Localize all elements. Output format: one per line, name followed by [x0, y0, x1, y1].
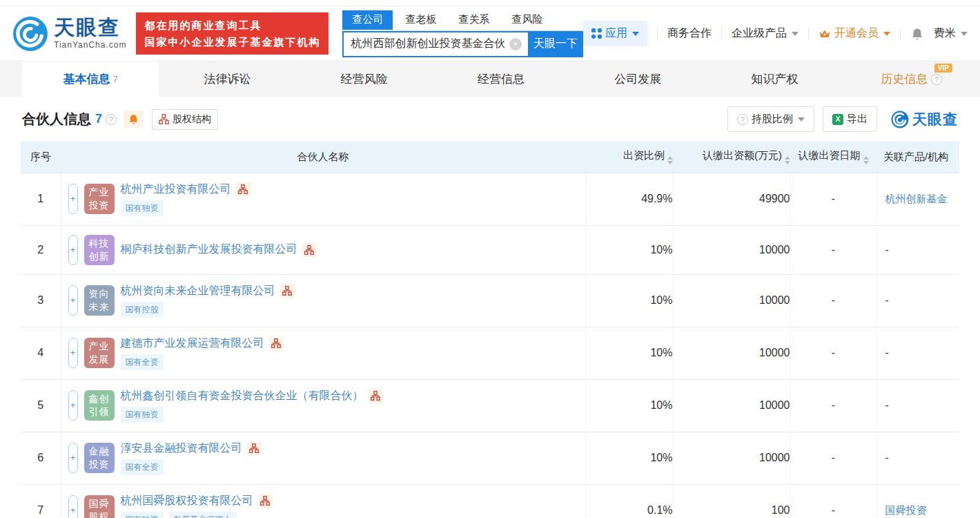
table-row: 5+鑫创引领杭州鑫创引领自有资金投资合伙企业（有限合伙）国有独资10%10000…: [21, 379, 959, 432]
table-row: 7+国舜股权杭州国舜股权投资有限公司国有独资私募基金管理人0.1%100-国舜投…: [21, 484, 959, 518]
partner-name-link[interactable]: 杭州国舜股权投资有限公司: [121, 494, 253, 508]
search-tab[interactable]: 查关系: [449, 10, 499, 30]
notification-bell-icon[interactable]: [910, 27, 924, 41]
search-tab-active[interactable]: 查公司: [342, 10, 393, 30]
tab-label: 基本信息: [63, 71, 110, 87]
partner-name-link[interactable]: 杭州资向未来企业管理有限公司: [121, 284, 275, 298]
partner-name-link[interactable]: 桐庐科技创新产业发展投资有限公司: [121, 242, 297, 257]
export-button[interactable]: X 导出: [823, 106, 877, 132]
expand-button[interactable]: +: [68, 338, 78, 368]
partner-name-link[interactable]: 杭州产业投资有限公司: [121, 182, 231, 197]
col-partner-name: 合伙人名称: [61, 142, 585, 173]
col-date-sort[interactable]: 认缴出资日期: [790, 142, 876, 173]
business-coop-label: 商务合作: [667, 26, 712, 41]
avatar-line: 金融: [89, 445, 110, 458]
partner-name-cell: +产业发展建德市产业发展运营有限公司国有全资: [61, 327, 585, 379]
avatar-line: 鑫创: [89, 392, 110, 405]
related-product-link[interactable]: 国舜投资: [885, 504, 927, 516]
ratio-cell: 10%: [585, 432, 673, 484]
business-coop-menu[interactable]: 商务合作: [667, 26, 712, 41]
enterprise-product-menu[interactable]: 企业级产品: [732, 26, 798, 41]
tab-基本信息[interactable]: 基本信息7: [22, 61, 159, 97]
subscribe-bell-button[interactable]: [124, 111, 144, 128]
expand-button[interactable]: +: [68, 390, 78, 421]
tab-经营信息[interactable]: 经营信息: [433, 61, 569, 97]
partner-name-cell: +科技创新桐庐科技创新产业发展投资有限公司: [61, 225, 585, 274]
amount-cell: 49900: [673, 173, 790, 225]
help-icon[interactable]: ?: [106, 114, 117, 125]
expand-button[interactable]: +: [68, 235, 78, 265]
crown-icon: [819, 28, 831, 39]
avatar-line: 资向: [89, 287, 110, 300]
divider: [808, 28, 809, 40]
partner-name-link[interactable]: 建德市产业发展运营有限公司: [121, 336, 264, 351]
excel-icon: X: [832, 114, 843, 125]
partner-avatar: 资向未来: [84, 285, 115, 316]
avatar-line: 产业: [89, 340, 110, 353]
search-tab[interactable]: 查老板: [395, 10, 446, 30]
tianyancha-swirl-icon: [12, 16, 48, 52]
date-cell: -: [790, 484, 876, 518]
col-ratio-sort[interactable]: 出资比例: [585, 142, 673, 173]
avatar-line: 引领: [89, 405, 110, 419]
search-input[interactable]: [342, 31, 528, 57]
holding-ratio-label: 持股比例: [752, 113, 793, 126]
partner-name-cell: +金融投资淳安县金融投资有限公司国有全资: [61, 432, 585, 484]
partner-tag: 私募基金管理人: [169, 512, 237, 518]
ratio-cell: 0.1%: [585, 484, 673, 518]
user-menu[interactable]: 费米: [934, 26, 968, 41]
username-label: 费米: [934, 26, 956, 41]
holding-ratio-button[interactable]: ? 持股比例: [727, 106, 814, 132]
tab-公司发展[interactable]: 公司发展: [569, 61, 706, 97]
org-chart-icon[interactable]: [247, 441, 262, 456]
equity-structure-label: 股权结构: [173, 113, 211, 126]
search-block: 查公司查老板查关系查风险 × 天眼一下: [342, 10, 583, 57]
tab-知识产权[interactable]: 知识产权: [706, 61, 843, 97]
row-index-cell: 4: [21, 327, 61, 379]
open-vip-menu[interactable]: 开通会员: [819, 26, 890, 41]
partner-tag: 国有独资: [121, 200, 164, 216]
tab-法律诉讼[interactable]: 法律诉讼: [159, 61, 295, 97]
org-chart-icon[interactable]: [236, 182, 251, 197]
chevron-down-icon: [961, 32, 968, 36]
chevron-down-icon: [792, 32, 798, 36]
search-tab[interactable]: 查风险: [502, 10, 552, 30]
table-row: 4+产业发展建德市产业发展运营有限公司国有全资10%10000--: [21, 327, 959, 379]
org-chart-icon[interactable]: [369, 389, 383, 403]
expand-button[interactable]: +: [68, 184, 78, 214]
partner-name-cell: +鑫创引领杭州鑫创引领自有资金投资合伙企业（有限合伙）国有独资: [61, 379, 585, 432]
tab-历史信息[interactable]: 历史信息VIP?: [843, 61, 980, 97]
search-button[interactable]: 天眼一下: [528, 31, 583, 57]
sort-icon: [785, 156, 790, 164]
divider: [657, 28, 658, 40]
expand-button[interactable]: +: [68, 285, 78, 316]
partner-name-cell: +国舜股权杭州国舜股权投资有限公司国有独资私募基金管理人: [61, 484, 585, 518]
partner-avatar: 金融投资: [84, 443, 115, 473]
related-product-link[interactable]: 杭州创新基金: [885, 193, 948, 204]
org-chart-icon[interactable]: [302, 242, 317, 257]
tab-经营风险[interactable]: 经营风险: [296, 61, 433, 97]
avatar-line: 投资: [89, 458, 110, 471]
tianyancha-logo[interactable]: 天眼查 TianYanCha.com: [12, 16, 126, 52]
partner-avatar: 产业发展: [84, 338, 115, 368]
promo-line-2: 国家中小企业发展子基金旗下机构: [144, 34, 320, 50]
org-chart-icon[interactable]: [280, 284, 295, 298]
apps-menu[interactable]: 应用: [583, 21, 647, 46]
col-amount-sort[interactable]: 认缴出资额(万元): [673, 142, 790, 173]
equity-structure-button[interactable]: 股权结构: [152, 109, 218, 130]
partner-name-link[interactable]: 淳安县金融投资有限公司: [121, 441, 242, 456]
avatar-line: 投资: [89, 199, 110, 212]
org-chart-icon[interactable]: [269, 336, 284, 351]
expand-button[interactable]: +: [68, 443, 78, 473]
partner-name-link[interactable]: 杭州鑫创引领自有资金投资合伙企业（有限合伙）: [121, 389, 364, 403]
clear-search-icon[interactable]: ×: [509, 38, 522, 50]
row-index-cell: 6: [21, 432, 61, 484]
divider: [721, 28, 722, 40]
avatar-line: 产业: [89, 186, 110, 199]
org-chart-icon[interactable]: [258, 494, 273, 508]
expand-button[interactable]: +: [68, 495, 78, 518]
sort-icon: [863, 156, 869, 164]
sort-icon: [667, 156, 673, 164]
avatar-line: 科技: [89, 237, 110, 250]
related-cell: 国舜投资: [876, 484, 959, 518]
